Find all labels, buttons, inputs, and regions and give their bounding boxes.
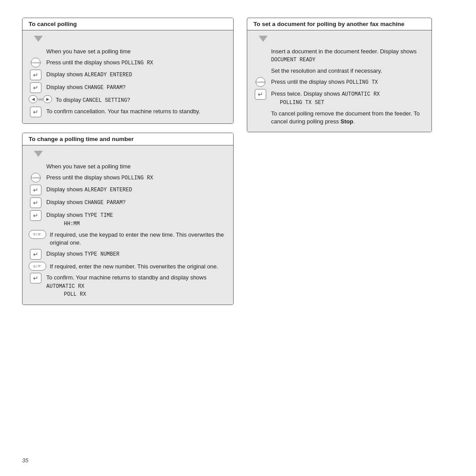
function-icon-wrap: Function [29,173,43,182]
step: Function Press until the display shows P… [29,58,227,67]
display-text: AUTOMATIC RX [46,283,84,290]
step-text: Press until the display shows POLLING RX [46,173,153,182]
display-text: CHANGE PARAM? [85,200,126,206]
keypad-label: 0 [33,264,35,268]
display-text: POLLING TX [346,79,378,86]
set-document-steps: Insert a document in the document feeder… [253,47,425,126]
right-column: To set a document for polling by another… [247,18,432,458]
step-text: Display shows TYPE TIMEHH:MM [46,210,113,228]
step: To cancel polling remove the document fr… [253,109,425,126]
display-subtext: POLLING TX SET [280,100,324,106]
display-text: TYPE NUMBER [85,251,119,257]
step: Insert a document in the document feeder… [253,47,425,64]
step: ↵ Display shows CHANGE PARAM? [29,197,227,208]
enter-button-icon: ↵ [30,273,41,283]
step-text: Display shows ALREADY ENTERED [46,70,132,79]
step-text: When you have set a polling time [46,47,131,56]
step: Set the resolution and contrast if neces… [253,66,425,75]
change-polling-body: When you have set a polling time Functio… [22,145,233,305]
step: ↵ Press twice. Display shows AUTOMATIC R… [253,89,425,107]
keypad-nine-label: 9⁺ [38,264,41,268]
enter-button-icon: ↵ [30,185,41,195]
set-document-section: To set a document for polling by another… [247,18,432,132]
step: Function Press until the display shows P… [253,77,425,87]
step: Function Press until the display shows P… [29,173,227,182]
display-text: DOCUMENT READY [271,57,316,63]
step-text: Display shows TYPE NUMBER [46,249,119,258]
step-text: To confirm cancellation. Your fax machin… [46,107,201,115]
keypad-button-icon: 0 / 9⁺ [29,230,46,239]
change-polling-title: To change a polling time and number [22,133,233,145]
enter-button-icon: ↵ [30,107,41,117]
step-text: Press twice. Display shows AUTOMATIC RXP… [271,89,380,107]
cancel-polling-steps: When you have set a polling time Functio… [29,47,227,117]
enter-icon-wrap: ↵ [29,70,43,80]
step: ◀ Vol ▶ To display CANCEL SETTING? [29,95,227,104]
function-label: Function [256,81,266,83]
step: ↵ Display shows TYPE TIMEHH:MM [29,210,227,228]
change-polling-section: To change a polling time and number When… [22,133,234,305]
step: ↵ Display shows ALREADY ENTERED [29,70,227,80]
keypad-icon-wrap: 0 / 9⁺ [29,230,46,239]
keypad-slash: / [36,264,37,268]
cancel-polling-body: When you have set a polling time Functio… [22,30,233,123]
step-text: To confirm. Your machine returns to stan… [46,273,227,298]
keypad-label: 0 [33,232,35,236]
step: When you have set a polling time [29,47,227,56]
enter-icon-wrap: ↵ [29,273,43,283]
keypad-slash: / [36,232,37,236]
step-text: If required, enter the new number. This … [50,262,218,271]
enter-button-icon: ↵ [30,70,41,80]
change-polling-steps: When you have set a polling time Functio… [29,162,227,298]
step-text: To cancel polling remove the document fr… [271,109,425,126]
step-text: Display shows CHANGE PARAM? [46,82,126,92]
function-button-icon: Function [31,173,41,182]
step: ↵ Display shows TYPE NUMBER [29,249,227,260]
function-button-icon: Function [31,58,41,67]
display-text: CANCEL SETTING? [83,97,130,104]
nav-icon-wrap: ◀ Vol ▶ [29,95,52,103]
step: When you have set a polling time [29,162,227,171]
enter-icon-wrap: ↵ [253,89,268,100]
step: ↵ To confirm cancellation. Your fax mach… [29,107,227,117]
step: ↵ Display shows ALREADY ENTERED [29,185,227,195]
step-text: Set the resolution and contrast if neces… [271,66,382,75]
cancel-polling-title: To cancel polling [22,18,233,30]
keypad-nine-label: 9⁺ [38,233,41,236]
enter-icon-wrap: ↵ [29,185,43,195]
display-text: ALREADY ENTERED [85,187,132,193]
keypad-icon-wrap: 0 / 9⁺ [29,262,46,271]
function-icon-wrap: Function [29,58,43,67]
enter-icon-wrap: ↵ [29,82,43,93]
left-column: To cancel polling When you have set a po… [22,18,234,458]
nav-vol-label: Vol [38,97,43,101]
display-subtext: HH:MM [64,221,80,227]
step-text: Display shows ALREADY ENTERED [46,185,132,194]
step-text: Display shows CHANGE PARAM? [46,197,126,207]
display-text: AUTOMATIC RX [342,91,379,97]
display-text: TYPE TIME [85,212,113,219]
set-document-title: To set a document for polling by another… [247,18,431,30]
display-text: POLLING RX [122,60,153,66]
nav-right-icon: ▶ [43,95,52,103]
enter-button-icon: ↵ [30,210,41,221]
stop-bold: Stop [341,118,353,125]
step-text: Press until the display shows POLLING RX [46,58,153,67]
function-button-icon: Function [256,77,265,87]
step-text: Press until the display shows POLLING TX [271,77,378,86]
step: ↵ To confirm. Your machine returns to st… [29,273,227,298]
display-subtext: POLL RX [64,291,86,298]
display-text: CHANGE PARAM? [85,85,126,91]
nav-buttons-icon: ◀ Vol ▶ [29,95,52,103]
keypad-button-icon: 0 / 9⁺ [29,262,46,271]
step: ↵ Display shows CHANGE PARAM? [29,82,227,93]
enter-icon-wrap: ↵ [29,249,43,260]
page: To cancel polling When you have set a po… [0,0,476,476]
display-text: POLLING RX [122,175,153,181]
enter-button-icon: ↵ [30,197,41,208]
step-text: Insert a document in the document feeder… [271,47,425,64]
step: 0 / 9⁺ If required, use the keypad to en… [29,230,227,247]
nav-left-icon: ◀ [29,95,37,103]
set-document-body: Insert a document in the document feeder… [247,30,431,132]
enter-button-icon: ↵ [30,82,41,93]
